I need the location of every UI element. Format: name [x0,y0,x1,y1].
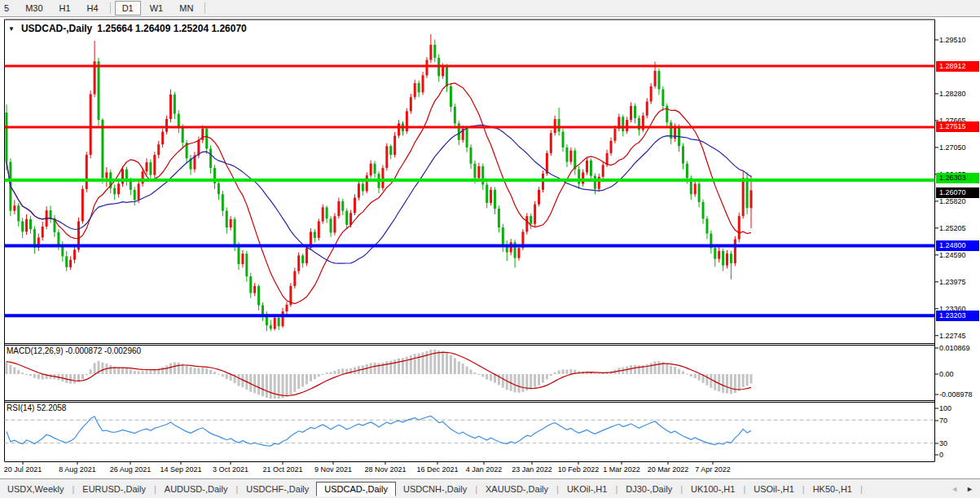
chart-canvas[interactable] [0,0,980,498]
rsi-tick-label: 30 [939,439,947,447]
chart-tab-ukoil[interactable]: UKOil-,H1 [560,482,615,496]
price-tick-label: 1.23975 [939,278,966,286]
chart-tab-xauusd[interactable]: XAUUSD-,Daily [478,482,556,496]
price-level-flag: 1.27515 [936,121,979,132]
chart-tab-usdx[interactable]: USDX,Weekly [0,482,71,496]
rsi-levels [5,420,935,443]
date-label: 21 Oct 2021 [262,465,302,474]
price-tick-label: 1.25820 [939,197,966,205]
date-label: 3 Oct 2021 [213,465,248,474]
rsi-header: RSI(14) 52.2058 [7,403,66,412]
chart-tab-eurusd[interactable]: EURUSD-,Daily [75,482,153,496]
chart-dropdown-icon[interactable]: ▼ [8,25,15,33]
panel-frames [5,20,935,462]
tab-scroll-left-icon[interactable]: ◄ [951,485,958,493]
date-label: 8 Aug 2021 [59,465,96,474]
date-label: 10 Feb 2022 [558,465,600,474]
chart-tab-usdcnh[interactable]: USDCNH-,Daily [396,482,474,496]
price-tick-label: 1.28280 [939,90,966,98]
price-level-flag: 1.26303 [936,173,979,183]
price-tick-label: 1.22745 [939,332,966,340]
macd-tick-label: -0.008978 [939,390,973,399]
price-level-flag: 1.23203 [936,311,979,321]
price-tick-label: 1.29510 [939,36,966,44]
date-label: 7 Apr 2022 [695,465,731,474]
candles-layer [6,34,753,331]
chart-tab-hk50[interactable]: HK50-,H1 [806,482,859,496]
tab-separator: | [859,484,864,494]
rsi-line [7,416,751,446]
macd-header: MACD(12,26,9) -0.000872 -0.002960 [7,346,141,355]
chart-tab-usoil[interactable]: USOil-,H1 [746,482,802,496]
price-level-flag: 1.26070 [936,187,979,198]
chart-ohlc-values: 1.25664 1.26409 1.25204 1.26070 [97,23,247,34]
price-tick-label: 1.24590 [939,251,966,259]
rsi-tick-label: 70 [939,416,947,425]
chart-tab-usdchf[interactable]: USDCHF-,Daily [239,482,316,496]
chart-tab-dj30[interactable]: DJ30-,Daily [618,482,679,496]
chart-tab-audusd[interactable]: AUDUSD-,Daily [157,482,235,496]
date-label: 23 Jan 2022 [512,465,552,474]
rsi-tick-label: 0 [939,451,943,459]
rsi-tick-label: 100 [939,404,951,412]
date-label: 4 Jan 2022 [466,465,503,474]
macd-histogram [6,350,753,399]
chart-tab-uk100[interactable]: UK100-,H1 [683,482,742,496]
price-level-flag: 1.24800 [936,240,979,251]
macd-tick-label: 0.010869 [939,344,970,352]
chart-tab-usdcad[interactable]: USDCAD-,Daily [316,482,396,496]
date-label: 1 Mar 2022 [603,465,640,474]
hline-layer [5,66,935,315]
price-tick-label: 1.25205 [939,224,966,232]
chart-tab-bar: USDX,Weekly|EURUSD-,Daily|AUDUSD-,Daily|… [0,478,980,498]
tab-scroll-controls: ◄► [951,485,980,493]
mt4-chart-window: { "toolbar": { "timeframes": [ {"label":… [0,0,980,498]
chart-title: ▼ USDCAD-,Daily 1.25664 1.26409 1.25204 … [8,23,247,34]
macd-tick-label: 0.00 [939,370,954,378]
date-label: 16 Dec 2021 [416,465,458,474]
date-label: 26 Aug 2021 [110,465,152,474]
date-label: 9 Nov 2021 [314,465,352,474]
date-label: 20 Mar 2022 [648,465,689,474]
chart-symbol-period: USDCAD-,Daily [21,23,92,34]
tab-scroll-right-icon[interactable]: ► [966,485,973,493]
price-tick-label: 1.27050 [939,143,966,152]
date-label: 20 Jul 2021 [4,465,42,474]
price-level-flag: 1.28912 [936,61,979,72]
date-label: 28 Nov 2021 [364,465,406,474]
date-label: 14 Sep 2021 [160,465,201,474]
